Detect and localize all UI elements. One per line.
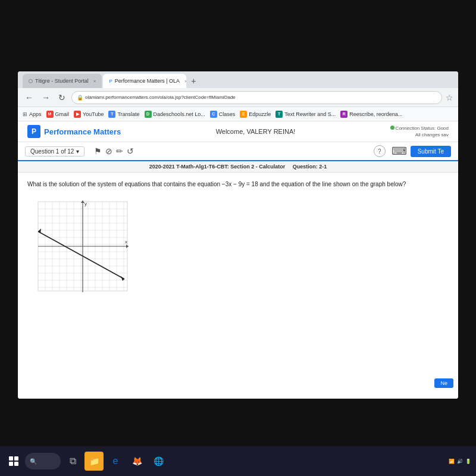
pm-header: P Performance Matters Welcome, VALERY RE… [18,121,458,142]
battery-icon: 🔋 [465,459,471,464]
bookmark-apps[interactable]: ⊞ Apps [23,111,42,117]
coordinate-graph: y x [32,196,133,303]
gmail-icon: M [46,111,54,118]
taskbar-system-tray: 📶 🔊 🔋 [449,459,471,464]
connection-dot [390,126,394,130]
taskbar-chrome[interactable]: 🌐 [149,452,168,471]
svg-text:x: x [125,239,127,245]
taskbar-edge[interactable]: e [106,452,125,471]
next-button[interactable]: Ne [434,378,453,388]
edit-icon[interactable]: ✏ [116,146,123,156]
graph-container: y x [32,196,133,303]
reload-button[interactable]: ↻ [56,92,68,104]
lock-icon: 🔒 [77,95,83,101]
address-bar: ← → ↻ 🔒 olamiami.performancematters.com/… [18,88,458,107]
new-tab-button[interactable]: + [187,75,199,87]
bookmark-clases[interactable]: C Clases [210,111,236,118]
question-area: What is the solution of the system of eq… [18,173,458,399]
clases-icon: C [210,111,217,118]
flag-icon[interactable]: ⚑ [94,146,102,156]
help-button[interactable]: ? [374,145,386,157]
toolbar: Question 1 of 12 ▾ ⚑ ⊘ ✏ ↺ ? ⌨ Submit Te [18,142,458,161]
sound-icon: 🔊 [457,459,463,464]
taskbar-file-explorer[interactable]: 📁 [84,452,104,471]
toolbar-icons: ⚑ ⊘ ✏ ↺ [94,146,134,156]
pm-logo: P Performance Matters [27,125,121,138]
youtube-icon: ▶ [74,111,81,118]
reescribe-icon: R [340,111,347,118]
bookmark-gmail[interactable]: M Gmail [46,111,70,118]
bookmark-dadeschools[interactable]: D Dadeschools.net Lo... [145,111,205,118]
tab-close-active-icon[interactable]: × [184,79,186,84]
svg-text:y: y [84,201,87,206]
edpuzzle-icon: E [240,111,247,118]
translate-icon: T [108,111,115,118]
question-text: What is the solution of the system of eq… [27,180,449,189]
taskbar-firefox[interactable]: 🦊 [127,452,146,471]
start-button[interactable] [5,452,23,470]
pm-logo-icon: P [27,125,40,138]
dadeschools-icon: D [145,111,152,118]
connection-status: Connection Status: Good All changes sav [390,125,449,138]
submit-button[interactable]: Submit Te [411,146,451,157]
refresh-icon[interactable]: ↺ [127,146,134,156]
back-button[interactable]: ← [23,92,36,104]
taskbar-search[interactable]: 🔍 [25,453,61,469]
toolbar-left: Question 1 of 12 ▾ ⚑ ⊘ ✏ ↺ [25,146,134,156]
taskbar-taskview[interactable]: ⧉ [63,452,82,471]
tab-student-portal[interactable]: ⬡ Titigre - Student Portal × [23,74,102,88]
tab-bar: ⬡ Titigre - Student Portal × P Performan… [18,71,458,88]
page-content: P Performance Matters Welcome, VALERY RE… [18,121,458,399]
question-selector[interactable]: Question 1 of 12 ▾ [25,146,84,156]
bookmarks-bar: ⊞ Apps M Gmail ▶ YouTube T Translate D D… [18,107,458,121]
taskbar-apps: ⧉ 📁 e 🦊 🌐 [63,452,446,471]
text-rewriter-icon: T [275,111,283,118]
question-info-bar: 2020-2021 T-Math-Alg1-T6-CBT: Section 2 … [18,161,458,173]
bookmark-youtube[interactable]: ▶ YouTube [74,111,104,118]
tab-performance-matters[interactable]: P Performance Matters | OLA × [103,74,186,88]
dropdown-arrow-icon: ▾ [76,148,79,155]
forward-button[interactable]: → [39,92,52,104]
search-icon: 🔍 [30,458,37,465]
welcome-text: Welcome, VALERY REINA! [216,128,296,135]
bookmark-reescribe[interactable]: R Reescribe, reordena... [340,111,402,118]
taskbar: 🔍 ⧉ 📁 e 🦊 🌐 📶 🔊 🔋 [0,446,476,476]
tab-close-icon[interactable]: × [93,79,96,84]
pm-logo-text: Performance Matters [44,127,121,136]
cancel-icon[interactable]: ⊘ [105,146,112,156]
browser-window: ⬡ Titigre - Student Portal × P Performan… [18,71,458,399]
windows-icon [9,456,18,466]
bookmark-icon[interactable]: ☆ [446,93,453,102]
bookmark-text-rewriter[interactable]: T Text Rewriter and S... [275,111,336,118]
url-input[interactable]: 🔒 olamiami.performancematters.com/ola/ol… [71,91,442,104]
bookmark-edpuzzle[interactable]: E Edpuzzle [240,111,271,118]
keyboard-icon[interactable]: ⌨ [392,145,407,158]
screen-area: ⬡ Titigre - Student Portal × P Performan… [18,71,458,399]
bookmark-translate[interactable]: T Translate [108,111,139,118]
wifi-icon: 📶 [449,459,455,464]
